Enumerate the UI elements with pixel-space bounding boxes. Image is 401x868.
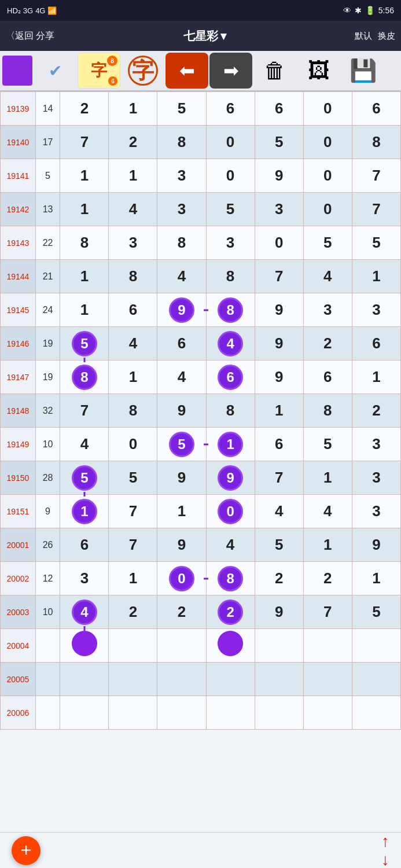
cell-4[interactable]: 9 [255,159,303,193]
cell-0[interactable]: 8 [60,226,109,260]
cell-2[interactable]: 6 [157,327,206,361]
cell-6[interactable]: 5 [352,226,400,260]
badge-button[interactable]: 字 8 6 [78,53,120,89]
cell-2[interactable] [157,629,206,663]
cell-4[interactable]: 5 [255,528,303,562]
cell-2[interactable]: 8 [157,126,206,159]
cell-6[interactable] [352,663,400,696]
cell-1[interactable] [109,696,157,730]
cell-1[interactable]: 2 [109,126,157,159]
cell-1[interactable]: 6 [109,293,157,327]
add-button[interactable]: + [12,836,41,865]
cell-3[interactable]: 4 [206,528,255,562]
cell-1[interactable]: 5 [109,461,157,495]
cell-5[interactable] [303,663,352,696]
cell-4[interactable]: 9 [255,595,303,629]
cell-6[interactable] [352,629,400,663]
cell-5[interactable]: 0 [303,92,352,126]
cell-2[interactable]: 0 [157,562,206,595]
cell-3[interactable]: 2 [206,595,255,629]
cell-2[interactable]: 1 [157,495,206,528]
cell-3[interactable]: 3 [206,226,255,260]
nav-left[interactable]: 〈返回 分享 [6,30,54,42]
cell-3[interactable]: 1 [206,428,255,461]
cell-6[interactable]: 1 [352,361,400,394]
cell-1[interactable]: 7 [109,528,157,562]
cell-6[interactable]: 6 [352,327,400,361]
cell-0[interactable]: 5 [60,327,109,361]
cell-4[interactable]: 6 [255,428,303,461]
cell-4[interactable]: 9 [255,327,303,361]
skin-button[interactable]: 换皮 [378,31,395,42]
cell-2[interactable]: 9 [157,394,206,428]
cell-2[interactable] [157,696,206,730]
cell-5[interactable]: 0 [303,126,352,159]
cell-3[interactable] [206,663,255,696]
cell-2[interactable]: 9 [157,528,206,562]
cell-6[interactable]: 3 [352,461,400,495]
cell-4[interactable]: 9 [255,293,303,327]
cell-4[interactable]: 0 [255,226,303,260]
color-picker-button[interactable] [2,56,32,86]
cell-6[interactable]: 2 [352,394,400,428]
cell-6[interactable]: 3 [352,293,400,327]
cell-3[interactable]: 6 [206,92,255,126]
cell-6[interactable]: 3 [352,428,400,461]
cell-0[interactable]: 1 [60,159,109,193]
cell-1[interactable]: 1 [109,92,157,126]
cell-5[interactable]: 4 [303,260,352,293]
cell-1[interactable]: 1 [109,562,157,595]
cell-0[interactable]: 7 [60,394,109,428]
cell-2[interactable]: 3 [157,193,206,226]
cell-3[interactable]: 5 [206,193,255,226]
cell-5[interactable]: 1 [303,461,352,495]
char-circle-button[interactable]: 字 [122,53,164,89]
cell-4[interactable]: 1 [255,394,303,428]
cell-0[interactable]: 2 [60,92,109,126]
cell-3[interactable]: 0 [206,126,255,159]
cell-3[interactable]: 8 [206,394,255,428]
cell-5[interactable]: 6 [303,361,352,394]
cell-4[interactable]: 7 [255,461,303,495]
cell-0[interactable]: 1 [60,293,109,327]
sort-button[interactable]: ↑↓ [381,832,389,869]
cell-0[interactable]: 1 [60,260,109,293]
cell-2[interactable]: 3 [157,159,206,193]
cell-4[interactable]: 3 [255,193,303,226]
cell-0[interactable]: 7 [60,126,109,159]
cell-4[interactable]: 2 [255,562,303,595]
cell-1[interactable]: 4 [109,327,157,361]
forward-arrow-button[interactable]: ➡ [209,53,252,89]
cell-2[interactable]: 5 [157,92,206,126]
cell-3[interactable]: 8 [206,260,255,293]
cell-3[interactable]: 6 [206,361,255,394]
cell-0[interactable]: 3 [60,562,109,595]
default-button[interactable]: 默认 [355,31,372,42]
title-dropdown-icon[interactable]: ▾ [220,29,226,43]
cell-1[interactable]: 4 [109,193,157,226]
cell-5[interactable]: 2 [303,327,352,361]
cell-5[interactable] [303,629,352,663]
cell-3[interactable]: 9 [206,461,255,495]
cell-1[interactable]: 3 [109,226,157,260]
cell-6[interactable]: 7 [352,193,400,226]
cell-1[interactable]: 8 [109,394,157,428]
back-arrow-button[interactable]: ⬅ [165,53,208,89]
share-button[interactable]: 分享 [36,30,54,42]
cell-3[interactable]: 0 [206,495,255,528]
tick-button[interactable]: ✔ [34,53,76,89]
cell-3[interactable]: 8 [206,293,255,327]
cell-5[interactable]: 3 [303,293,352,327]
cell-0[interactable]: 6 [60,528,109,562]
cell-4[interactable]: 4 [255,495,303,528]
cell-1[interactable] [109,629,157,663]
cell-1[interactable]: 2 [109,595,157,629]
cell-5[interactable]: 5 [303,226,352,260]
save-button[interactable]: 💾 [341,53,384,89]
cell-2[interactable]: 9 [157,293,206,327]
cell-4[interactable] [255,629,303,663]
cell-2[interactable]: 4 [157,260,206,293]
cell-4[interactable]: 5 [255,126,303,159]
cell-0[interactable] [60,696,109,730]
trash-button[interactable]: 🗑 [253,53,296,89]
